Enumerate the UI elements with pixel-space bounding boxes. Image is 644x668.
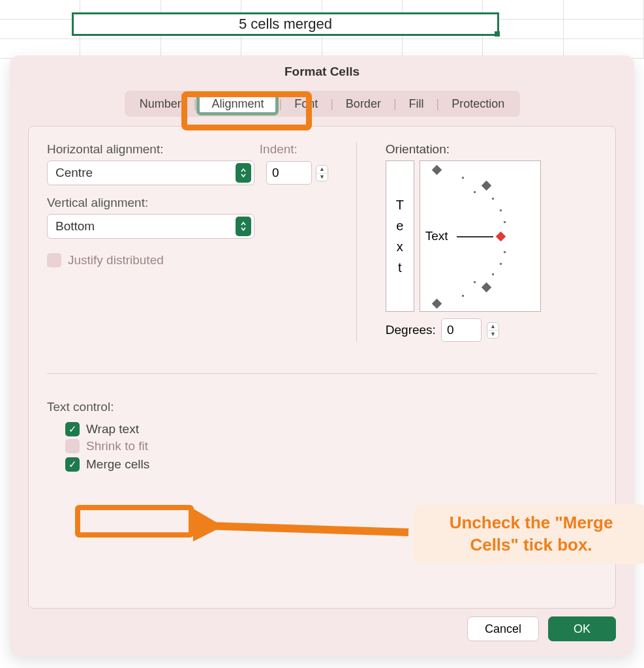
ok-button[interactable]: OK xyxy=(548,616,616,641)
tab-separator: | xyxy=(279,97,282,111)
degrees-label: Degrees: xyxy=(386,323,436,337)
orientation-label: Orientation: xyxy=(386,142,597,157)
tab-bar: Number | Alignment | Font | Border | Fil… xyxy=(125,91,520,117)
indent-label: Indent: xyxy=(260,142,338,157)
merged-cell-text: 5 cells merged xyxy=(239,16,332,33)
orientation-tick-icon xyxy=(482,282,492,293)
orientation-dial-label: Text xyxy=(425,229,448,243)
horizontal-alignment-select[interactable]: Centre xyxy=(47,160,254,185)
orientation-tick-icon xyxy=(432,299,442,309)
wrap-text-label: Wrap text xyxy=(86,422,139,436)
degrees-input[interactable]: 0 xyxy=(441,318,482,342)
tab-fill[interactable]: Fill xyxy=(397,93,436,115)
degrees-stepper[interactable]: ▲▼ xyxy=(487,322,499,339)
vertical-alignment-select[interactable]: Bottom xyxy=(47,214,254,239)
orientation-dot-icon xyxy=(462,295,464,297)
svg-line-0 xyxy=(207,526,408,532)
vertical-alignment-value: Bottom xyxy=(55,219,95,234)
cancel-button[interactable]: Cancel xyxy=(467,616,539,641)
updown-icon xyxy=(236,163,251,183)
merge-cells-checkbox[interactable]: ✓ xyxy=(65,457,80,472)
orientation-dot-icon xyxy=(500,209,502,211)
annotation-highlight-merge xyxy=(75,505,194,538)
format-cells-dialog: Format Cells Number | Alignment | Font |… xyxy=(10,55,634,656)
merged-cell-selection[interactable]: 5 cells merged xyxy=(72,12,499,36)
shrink-to-fit-checkbox xyxy=(65,439,80,453)
justify-distributed-label: Justify distributed xyxy=(68,253,164,267)
shrink-to-fit-label: Shrink to fit xyxy=(86,439,148,453)
orientation-dial[interactable]: Text xyxy=(420,160,541,312)
tab-separator: | xyxy=(393,97,397,111)
orientation-dial-handle[interactable] xyxy=(496,232,506,242)
tab-alignment[interactable]: Alignment xyxy=(197,93,278,115)
orientation-vertical-text-button[interactable]: T e x t xyxy=(386,160,414,312)
orientation-vertical-t: T xyxy=(396,194,404,215)
tab-protection[interactable]: Protection xyxy=(440,93,516,115)
indent-input[interactable]: 0 xyxy=(266,161,312,185)
horizontal-alignment-label: Horizontal alignment: xyxy=(47,142,241,157)
merge-cells-label: Merge cells xyxy=(86,457,149,472)
orientation-dot-icon xyxy=(504,221,506,223)
tab-number[interactable]: Number xyxy=(128,93,193,115)
orientation-dot-icon xyxy=(492,273,494,275)
wrap-text-checkbox[interactable]: ✓ xyxy=(65,422,80,436)
tab-separator: | xyxy=(194,97,197,111)
updown-icon xyxy=(236,217,251,236)
selection-handle[interactable] xyxy=(495,31,500,37)
dialog-title: Format Cells xyxy=(10,55,634,85)
orientation-vertical-e: e xyxy=(396,215,403,236)
annotation-arrow-icon xyxy=(193,491,415,569)
orientation-dot-icon xyxy=(462,177,464,179)
tab-separator: | xyxy=(330,97,333,111)
horizontal-alignment-value: Centre xyxy=(55,166,93,180)
indent-stepper[interactable]: ▲▼ xyxy=(316,165,328,181)
tab-font[interactable]: Font xyxy=(283,93,330,115)
orientation-dot-icon xyxy=(504,251,506,253)
text-control-label: Text control: xyxy=(47,400,597,414)
tab-border[interactable]: Border xyxy=(334,93,393,115)
orientation-vertical-t2: t xyxy=(398,257,402,278)
orientation-tick-icon xyxy=(432,165,442,175)
tab-separator: | xyxy=(437,97,440,111)
orientation-dot-icon xyxy=(474,191,476,193)
orientation-dot-icon xyxy=(500,263,502,265)
orientation-dot-icon xyxy=(492,198,494,200)
orientation-tick-icon xyxy=(482,181,492,191)
orientation-dot-icon xyxy=(474,281,476,283)
justify-distributed-checkbox xyxy=(47,253,61,267)
orientation-vertical-x: x xyxy=(397,236,403,257)
orientation-dial-line xyxy=(457,236,493,237)
vertical-alignment-label: Vertical alignment: xyxy=(47,196,338,210)
annotation-callout: Uncheck the "Merge Cells" tick box. xyxy=(413,504,644,564)
